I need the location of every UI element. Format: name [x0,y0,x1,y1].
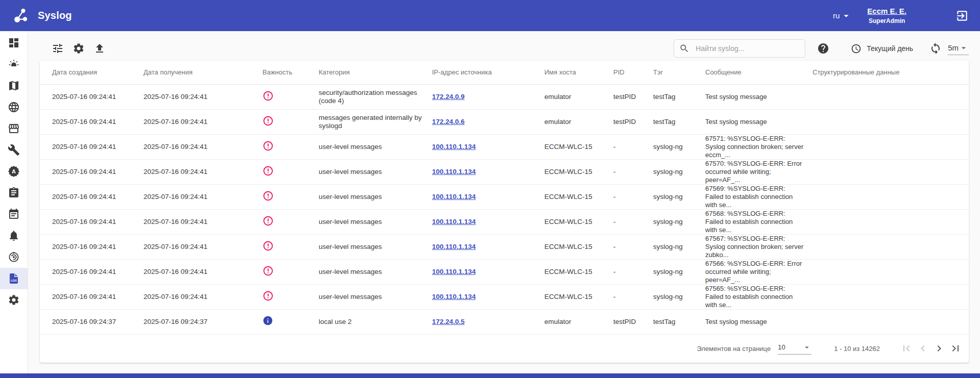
cell-message: 67567: %SYSLOG-E-ERR: Syslog connection … [705,234,812,259]
chevron-down-icon [959,43,969,53]
ip-link[interactable]: 172.24.0.6 [432,118,465,125]
cell-host: emulator [544,84,613,109]
language-label: ru [833,11,840,20]
cell-received: 2025-07-16 09:24:41 [144,84,262,109]
help-button[interactable] [817,42,829,55]
ip-link[interactable]: 100.110.1.134 [432,293,476,300]
column-header: PID [613,61,653,84]
table-body: 2025-07-16 09:24:412025-07-16 09:24:41se… [40,84,969,334]
search-input[interactable] [695,44,797,53]
globe-icon [8,101,20,113]
column-header: Важность [262,61,319,84]
table-row: 2025-07-16 09:24:412025-07-16 09:24:41se… [40,84,969,109]
svg-text:LOG: LOG [11,279,17,282]
column-header: Категория [319,61,432,84]
main-content: Текущий день 5m Дата созданияДата получ [28,31,980,373]
sidebar-item-assignments[interactable] [0,182,28,204]
sidebar-item-map[interactable] [0,75,28,96]
cell-received: 2025-07-16 09:24:41 [144,284,262,309]
sidebar-item-app-a[interactable]: A [0,161,28,182]
cell-source-ip: 100.110.1.134 [432,134,544,159]
cell-tag: syslog-ng [653,209,705,234]
previous-page-button[interactable] [915,340,931,357]
user-link[interactable]: Eccm E. E. [867,7,906,15]
table-settings-button[interactable] [73,42,85,55]
ip-link[interactable]: 172.24.0.5 [432,318,465,325]
cell-created: 2025-07-16 09:24:41 [40,159,144,184]
ip-link[interactable]: 100.110.1.134 [432,193,476,200]
cell-category: user-level messages [319,234,432,259]
cell-created: 2025-07-16 09:24:41 [40,109,144,134]
language-select[interactable]: ru [833,10,852,21]
sidebar-item-network[interactable] [0,96,28,118]
column-header: Тэг [653,61,705,84]
first-page-button[interactable] [898,340,915,357]
cell-created: 2025-07-16 09:24:41 [40,259,144,284]
sidebar-item-monitoring[interactable] [0,246,28,268]
cell-category: messages generated internally by syslogd [319,109,432,134]
severity-error-icon [262,165,274,177]
sidebar-item-alarms[interactable] [0,54,28,75]
refresh-button[interactable] [929,42,942,55]
wrench-icon [8,144,20,156]
cell-host: ECCM-WLC-15 [544,209,613,234]
sidebar-item-storefront[interactable] [0,118,28,139]
cell-structured [812,84,969,109]
toolbar: Текущий день 5m [40,38,969,59]
ip-link[interactable]: 100.110.1.134 [432,143,476,150]
cell-tag: testTag [653,84,705,109]
cell-category: security/authorization messages (code 4) [319,84,432,109]
items-per-page-label: Элементов на странице [697,345,771,352]
cell-source-ip: 100.110.1.134 [432,159,544,184]
page-range-label: 1 - 10 из 14262 [834,345,880,352]
items-per-page-select[interactable]: 10 [778,343,811,355]
cell-message: Test syslog message [705,84,812,109]
cell-received: 2025-07-16 09:24:41 [144,209,262,234]
logout-button[interactable] [955,9,969,22]
svg-text:A: A [12,168,16,174]
cell-host: ECCM-WLC-15 [544,159,613,184]
user-role: SuperAdmin [867,17,906,25]
cell-severity [262,284,319,309]
upload-button[interactable] [93,42,106,55]
upload-icon [93,42,106,55]
next-page-button[interactable] [931,340,947,357]
table-row: 2025-07-16 09:24:412025-07-16 09:24:41me… [40,109,969,134]
table-row: 2025-07-16 09:24:412025-07-16 09:24:41us… [40,284,969,309]
filter-button[interactable] [52,42,64,55]
ip-link[interactable]: 172.24.0.9 [432,93,465,100]
time-range-label: Текущий день [867,44,913,53]
refresh-interval-select[interactable]: 5m [948,42,969,55]
chevron-down-icon [802,343,811,352]
ip-link[interactable]: 100.110.1.134 [432,168,476,175]
refresh-interval-value: 5m [948,43,959,52]
cell-message: 67565: %SYSLOG-E-ERR: Failed to establis… [705,284,812,309]
sidebar-item-settings[interactable] [0,289,28,311]
ip-link[interactable]: 100.110.1.134 [432,243,476,250]
cell-message: 67566: %SYSLOG-E-ERR: Error occurred whi… [705,259,812,284]
cell-pid: testPID [613,84,653,109]
sidebar-item-dashboard[interactable] [0,32,28,54]
cell-tag: syslog-ng [653,159,705,184]
column-header: Структурированные данные [812,61,969,84]
sidebar-item-tools[interactable] [0,139,28,161]
syslog-table-card: Дата созданияДата полученияВажностьКатег… [40,61,969,363]
cell-source-ip: 100.110.1.134 [432,184,544,209]
ip-link[interactable]: 100.110.1.134 [432,268,476,275]
cell-category: local use 2 [319,309,432,334]
cell-received: 2025-07-16 09:24:41 [144,259,262,284]
last-page-button[interactable] [947,340,964,357]
cell-pid: - [613,184,653,209]
sidebar-item-notifications[interactable] [0,225,28,246]
cell-structured [812,259,969,284]
gear-icon [73,42,85,55]
sidebar-item-syslog[interactable]: LOG [0,268,28,289]
cell-source-ip: 172.24.0.6 [432,109,544,134]
user-block: Eccm E. E. SuperAdmin [867,6,906,25]
time-range-button[interactable]: Текущий день [851,43,913,54]
sidebar-item-calendar[interactable] [0,204,28,225]
ip-link[interactable]: 100.110.1.134 [432,218,476,225]
cell-source-ip: 172.24.0.5 [432,309,544,334]
cell-severity [262,259,319,284]
cell-pid: - [613,209,653,234]
